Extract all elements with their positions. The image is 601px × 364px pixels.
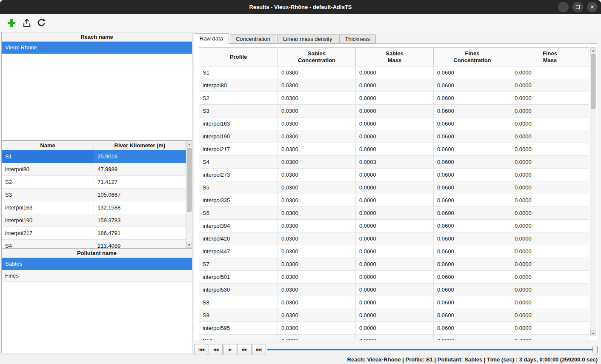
value-cell[interactable]: 0.0000 bbox=[356, 92, 434, 105]
value-cell[interactable]: 0.0000 bbox=[511, 105, 589, 118]
first-button[interactable]: |◀◀ bbox=[194, 344, 208, 355]
data-row[interactable]: interpol4200.03000.00000.06000.0000 bbox=[199, 232, 589, 245]
value-cell[interactable]: 0.0600 bbox=[434, 130, 511, 143]
value-cell[interactable]: 0.0600 bbox=[434, 296, 511, 309]
profile-km-cell[interactable]: 25.9016 bbox=[94, 150, 186, 163]
data-row[interactable]: interpol1900.03000.00000.06000.0000 bbox=[199, 130, 589, 143]
value-cell[interactable]: 0.0600 bbox=[434, 105, 511, 118]
profile-row[interactable]: S125.9016 bbox=[2, 150, 186, 163]
value-cell[interactable]: 0.0300 bbox=[278, 207, 356, 220]
value-cell[interactable]: 0.0300 bbox=[278, 296, 356, 309]
value-cell[interactable]: 0.0300 bbox=[278, 284, 356, 296]
value-cell[interactable]: 0.0600 bbox=[434, 245, 511, 258]
value-cell[interactable]: 0.0003 bbox=[356, 156, 434, 169]
profile-cell[interactable]: S5 bbox=[199, 181, 278, 194]
tab-thickness[interactable]: Thickness bbox=[339, 34, 376, 43]
value-cell[interactable]: 0.0300 bbox=[278, 143, 356, 156]
refresh-button[interactable] bbox=[34, 16, 49, 30]
value-cell[interactable]: 0.0000 bbox=[511, 118, 589, 130]
profile-cell[interactable]: interpol163 bbox=[199, 118, 278, 130]
data-row[interactable]: interpol5950.03000.00000.06000.0000 bbox=[199, 322, 589, 335]
reach-item[interactable]: Vieux-Rhone bbox=[2, 42, 192, 54]
data-row[interactable]: S80.03000.00000.06000.0000 bbox=[199, 296, 589, 309]
value-cell[interactable]: 0.0000 bbox=[356, 181, 434, 194]
value-cell[interactable]: 0.0000 bbox=[356, 194, 434, 207]
value-cell[interactable]: 0.0000 bbox=[356, 207, 434, 220]
value-cell[interactable]: 0.0300 bbox=[278, 258, 356, 271]
data-row[interactable]: interpol5300.03000.00000.06000.0000 bbox=[199, 284, 589, 296]
data-row[interactable]: interpol2730.03000.00000.06000.0000 bbox=[199, 169, 589, 181]
value-cell[interactable]: 0.0300 bbox=[278, 130, 356, 143]
value-cell[interactable]: 0.0600 bbox=[434, 156, 511, 169]
value-cell[interactable]: 0.0000 bbox=[511, 220, 589, 232]
profile-cell[interactable]: S10 bbox=[199, 335, 278, 341]
data-row[interactable]: interpol3350.03000.00000.06000.0000 bbox=[199, 194, 589, 207]
pollutant-item[interactable]: Sables bbox=[2, 258, 192, 270]
value-cell[interactable]: 0.0000 bbox=[356, 296, 434, 309]
value-cell[interactable]: 0.0000 bbox=[356, 309, 434, 322]
profile-cell[interactable]: interpol335 bbox=[199, 194, 278, 207]
profile-cell[interactable]: interpol447 bbox=[199, 245, 278, 258]
last-button[interactable]: ▶▶| bbox=[252, 344, 266, 355]
value-cell[interactable]: 0.0000 bbox=[511, 271, 589, 284]
value-cell[interactable]: 0.0000 bbox=[511, 194, 589, 207]
forward-button[interactable]: ▶▶ bbox=[238, 344, 252, 355]
value-cell[interactable]: 0.0600 bbox=[434, 284, 511, 296]
data-row[interactable]: S60.03000.00000.06000.0000 bbox=[199, 207, 589, 220]
profile-row[interactable]: interpol217186.4791 bbox=[2, 227, 186, 240]
value-cell[interactable]: 0.0000 bbox=[511, 296, 589, 309]
profile-cell[interactable]: interpol501 bbox=[199, 271, 278, 284]
value-cell[interactable]: 0.0000 bbox=[356, 284, 434, 296]
value-cell[interactable]: 0.0000 bbox=[356, 130, 434, 143]
value-cell[interactable]: 0.0000 bbox=[511, 79, 589, 92]
pollutant-item[interactable]: Fines bbox=[2, 270, 192, 282]
value-cell[interactable]: 0.0600 bbox=[434, 232, 511, 245]
profile-km-cell[interactable]: 213.4089 bbox=[94, 240, 186, 248]
table-scrollbar[interactable]: ▲ ▼ bbox=[590, 47, 596, 336]
data-row[interactable]: interpol5010.03000.00000.06000.0000 bbox=[199, 271, 589, 284]
profile-cell[interactable]: interpol80 bbox=[199, 79, 278, 92]
data-row[interactable]: interpol3940.03000.00000.06000.0000 bbox=[199, 220, 589, 232]
profile-row[interactable]: interpol190159.3783 bbox=[2, 214, 186, 227]
value-cell[interactable]: 0.0300 bbox=[278, 309, 356, 322]
profile-row[interactable]: S4213.4089 bbox=[2, 240, 186, 248]
value-cell[interactable]: 0.0300 bbox=[278, 118, 356, 130]
value-cell[interactable]: 0.0600 bbox=[434, 309, 511, 322]
value-cell[interactable]: 0.0000 bbox=[356, 232, 434, 245]
value-cell[interactable]: 0.0300 bbox=[278, 181, 356, 194]
close-button[interactable]: ✕ bbox=[587, 2, 598, 12]
profile-cell[interactable]: S7 bbox=[199, 258, 278, 271]
profile-cell[interactable]: S6 bbox=[199, 207, 278, 220]
data-row[interactable]: S20.03000.00000.06000.0000 bbox=[199, 92, 589, 105]
value-cell[interactable]: 0.0000 bbox=[356, 118, 434, 130]
value-cell[interactable]: 0.0600 bbox=[434, 181, 511, 194]
value-cell[interactable]: 0.0300 bbox=[278, 66, 356, 79]
value-cell[interactable]: 0.0300 bbox=[278, 271, 356, 284]
profile-cell[interactable]: S1 bbox=[199, 66, 278, 79]
data-row[interactable]: S100.03000.00000.06000.0000 bbox=[199, 335, 589, 341]
value-cell[interactable]: 0.0300 bbox=[278, 92, 356, 105]
data-row[interactable]: interpol4470.03000.00000.06000.0000 bbox=[199, 245, 589, 258]
value-cell[interactable]: 0.0600 bbox=[434, 271, 511, 284]
value-cell[interactable]: 0.0300 bbox=[278, 245, 356, 258]
value-cell[interactable]: 0.0600 bbox=[434, 66, 511, 79]
profile-cell[interactable]: interpol595 bbox=[199, 322, 278, 335]
value-cell[interactable]: 0.0300 bbox=[278, 232, 356, 245]
value-cell[interactable]: 0.0600 bbox=[434, 335, 511, 341]
profile-cell[interactable]: S8 bbox=[199, 296, 278, 309]
profile-name-cell[interactable]: interpol80 bbox=[2, 163, 94, 176]
profile-km-cell[interactable]: 132.1588 bbox=[94, 201, 186, 214]
profile-km-cell[interactable]: 47.9989 bbox=[94, 163, 186, 176]
profile-cell[interactable]: interpol190 bbox=[199, 130, 278, 143]
profile-name-cell[interactable]: interpol217 bbox=[2, 227, 94, 240]
value-cell[interactable]: 0.0000 bbox=[511, 232, 589, 245]
profile-cell[interactable]: S9 bbox=[199, 309, 278, 322]
value-cell[interactable]: 0.0000 bbox=[511, 258, 589, 271]
value-cell[interactable]: 0.0000 bbox=[356, 79, 434, 92]
profile-name-cell[interactable]: S1 bbox=[2, 150, 94, 163]
profile-name-cell[interactable]: S4 bbox=[2, 240, 94, 248]
scroll-down-icon[interactable]: ▼ bbox=[590, 330, 596, 336]
value-cell[interactable]: 0.0000 bbox=[356, 245, 434, 258]
tab-concentration[interactable]: Concentration bbox=[230, 34, 276, 43]
value-cell[interactable]: 0.0300 bbox=[278, 105, 356, 118]
